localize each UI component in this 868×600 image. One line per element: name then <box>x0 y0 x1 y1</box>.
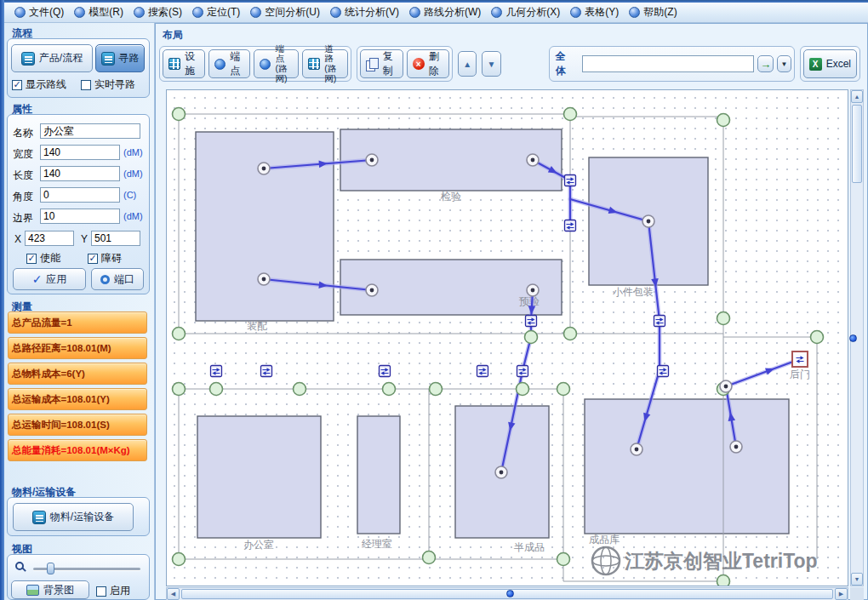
menu-route-icon <box>409 7 420 18</box>
delete-icon: × <box>413 58 425 70</box>
menu-item-route-analysis[interactable]: 路线分析(W) <box>404 3 486 21</box>
apply-button[interactable]: ✓ 应用 <box>13 268 86 290</box>
endpoint-icon <box>214 59 226 70</box>
menu-item-statistics-analysis[interactable]: 统计分析(V) <box>325 3 404 21</box>
horizontal-pan-marker[interactable] <box>506 590 514 597</box>
menu-table-icon <box>570 7 581 18</box>
process-box: 产品/流程 寻路 ✓ 显示路线 实时寻路 <box>7 38 150 98</box>
menu-locate-icon <box>192 7 203 18</box>
endpoint-network-button[interactable]: 端点(路网) <box>254 49 299 78</box>
up-triangle-icon: ▲ <box>463 60 471 69</box>
menu-statistics-icon <box>330 7 341 18</box>
material-transport-button[interactable]: 物料/运输设备 <box>13 503 134 531</box>
port-button[interactable]: 端口 <box>91 268 144 290</box>
measure-row: 总能量消耗=108.01(M×Kg) <box>8 439 147 461</box>
scope-all-label: 全体 <box>552 49 579 78</box>
move-up-button[interactable]: ▲ <box>458 51 477 77</box>
road-network-icon <box>308 58 320 70</box>
copy-icon <box>366 58 379 71</box>
menu-item-help[interactable]: 帮助(Z) <box>624 3 682 21</box>
zoom-icon <box>15 562 24 570</box>
layout-drawing[interactable]: 装配检验预验小件包装办公室经理室半成品成品库后门江苏京创智业TetriTop <box>167 90 848 586</box>
measure-row: 总产品流量=1 <box>8 311 147 334</box>
road-network-button[interactable]: 道路(路网) <box>302 49 348 78</box>
chevron-down-icon: ▼ <box>781 60 788 68</box>
go-button[interactable]: → <box>757 55 774 72</box>
checkbox-mark <box>81 80 91 90</box>
vertical-scroll-thumb[interactable] <box>852 105 862 183</box>
vertical-pan-marker[interactable] <box>849 334 857 342</box>
menu-item-file[interactable]: 文件(Q) <box>9 3 69 21</box>
angle-unit: (C) <box>123 190 136 200</box>
toolbar-group-edit: 复制 × 删除 <box>357 46 453 82</box>
enable-checkbox[interactable]: ✓ 使能 <box>26 251 60 266</box>
search-input[interactable] <box>582 55 755 72</box>
menu-label: 几何分析(X) <box>505 5 560 20</box>
measure-row: 总运输时间=108.01(S) <box>8 414 147 436</box>
list-icon <box>32 511 46 524</box>
scroll-left-button[interactable]: ◀ <box>167 588 180 600</box>
excel-icon: X <box>809 58 822 71</box>
svg-text:检验: 检验 <box>440 191 461 203</box>
zoom-slider-handle[interactable] <box>47 563 54 574</box>
facility-button[interactable]: 设施 <box>163 49 205 78</box>
copy-button[interactable]: 复制 <box>360 49 403 78</box>
realtime-pathfind-checkbox[interactable]: 实时寻路 <box>81 77 135 92</box>
menu-item-model[interactable]: 模型(R) <box>69 3 128 21</box>
menu-model-icon <box>74 7 85 18</box>
width-unit: (dM) <box>123 147 143 157</box>
down-triangle-icon: ▼ <box>488 60 496 69</box>
svg-text:办公室: 办公室 <box>243 539 274 551</box>
angle-field[interactable] <box>40 187 120 203</box>
name-field[interactable] <box>40 123 140 139</box>
check-icon: ✓ <box>32 272 43 286</box>
toolbar-group-search: 全体 → ▼ <box>549 46 795 82</box>
name-label: 名称 <box>13 126 33 140</box>
menu-search-icon <box>134 7 145 18</box>
width-field[interactable] <box>40 145 120 160</box>
window-frame-top <box>0 0 868 3</box>
delete-button[interactable]: × 删除 <box>407 49 449 78</box>
measure-row: 总路径距离=108.01(M) <box>8 337 147 359</box>
checkbox-mark: ✓ <box>88 254 98 264</box>
menu-label: 路线分析(W) <box>424 5 481 20</box>
scroll-right-button[interactable]: ▶ <box>835 588 848 600</box>
menu-item-spatial-analysis[interactable]: 空间分析(U) <box>245 3 325 21</box>
menu-label: 文件(Q) <box>29 5 64 20</box>
list-icon <box>21 52 35 66</box>
menu-label: 统计分析(V) <box>345 5 399 20</box>
svg-text:成品库: 成品库 <box>589 534 620 546</box>
layout-canvas[interactable]: 装配检验预验小件包装办公室经理室半成品成品库后门江苏京创智业TetriTop <box>166 89 848 586</box>
menu-spatial-icon <box>250 7 261 18</box>
excel-export-button[interactable]: X Excel <box>803 49 857 78</box>
menu-label: 搜索(S) <box>148 5 182 20</box>
menu-label: 模型(R) <box>89 5 123 20</box>
border-field[interactable] <box>40 209 120 224</box>
menu-item-search[interactable]: 搜索(S) <box>128 3 187 21</box>
y-field[interactable] <box>91 231 140 246</box>
svg-text:装配: 装配 <box>247 320 267 332</box>
svg-text:半成品: 半成品 <box>514 541 545 553</box>
pathfind-button[interactable]: 寻路 <box>95 44 145 72</box>
menu-item-locate[interactable]: 定位(T) <box>187 3 245 21</box>
move-down-button[interactable]: ▼ <box>482 51 500 77</box>
background-enable-checkbox[interactable]: 启用 <box>96 584 130 598</box>
length-field[interactable] <box>40 166 120 181</box>
obstacle-checkbox[interactable]: ✓ 障碍 <box>88 251 122 266</box>
show-route-checkbox[interactable]: ✓ 显示路线 <box>12 77 66 92</box>
border-label: 边界 <box>13 211 33 226</box>
scroll-down-button[interactable]: ▼ <box>851 573 863 586</box>
product-flow-button[interactable]: 产品/流程 <box>11 44 93 72</box>
endpoint-button[interactable]: 端点 <box>208 49 250 78</box>
background-image-button[interactable]: 背景图 <box>11 580 89 599</box>
x-field[interactable] <box>25 231 74 246</box>
svg-text:后门: 后门 <box>790 369 810 380</box>
image-icon <box>26 585 39 596</box>
menu-item-table[interactable]: 表格(Y) <box>565 3 624 21</box>
menu-item-geometry-analysis[interactable]: 几何分析(X) <box>486 3 565 21</box>
sidebar: 流程 产品/流程 寻路 ✓ 显示路线 实时寻路 属性 名称 宽度 (dM) <box>4 23 155 600</box>
menu-geometry-icon <box>491 7 502 18</box>
menu-help-icon <box>629 7 640 18</box>
search-dropdown-button[interactable]: ▼ <box>777 55 791 72</box>
scroll-up-button[interactable]: ▲ <box>851 90 863 103</box>
